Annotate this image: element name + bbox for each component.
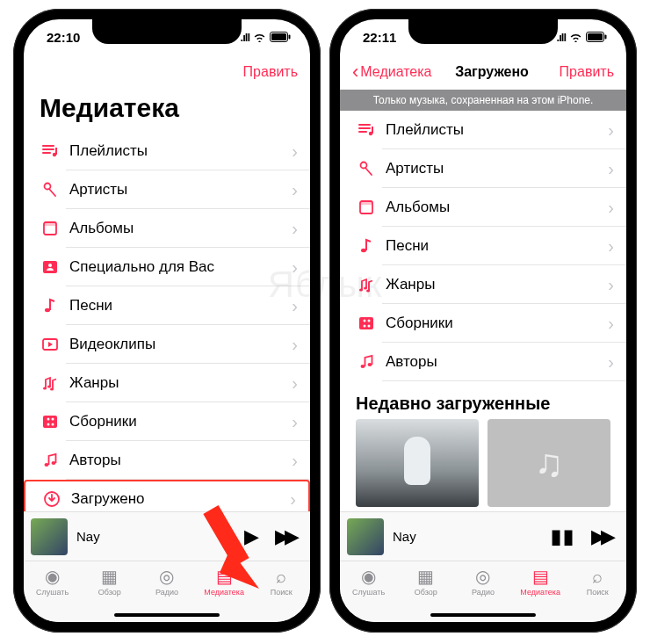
navbar: ‹ Медиатека Загружено Править xyxy=(340,54,626,90)
radio-icon: ◎ xyxy=(475,567,490,586)
svg-point-12 xyxy=(47,386,51,388)
svg-point-8 xyxy=(48,264,52,267)
status-time: 22:10 xyxy=(47,30,80,45)
row-genres[interactable]: Жанры › xyxy=(24,364,310,402)
svg-rect-14 xyxy=(43,416,57,428)
annotation-arrow xyxy=(193,501,272,597)
chevron-right-icon: › xyxy=(290,489,296,510)
row-authors[interactable]: Авторы › xyxy=(24,441,310,480)
compilation-icon xyxy=(40,413,61,431)
library-icon: ▤ xyxy=(532,567,549,586)
home-indicator[interactable] xyxy=(430,613,536,617)
row-playlists[interactable]: Плейлисты › xyxy=(24,132,310,170)
download-icon xyxy=(41,490,62,508)
row-label: Альбомы xyxy=(377,199,608,216)
album-tile[interactable]: ♫ xyxy=(488,419,610,507)
section-recently-downloaded: Недавно загруженные xyxy=(340,381,626,419)
edit-button[interactable]: Править xyxy=(228,64,298,80)
row-label: Песни xyxy=(61,297,292,315)
wifi-icon xyxy=(253,33,266,42)
back-label: Медиатека xyxy=(360,64,431,80)
navbar: Править xyxy=(24,54,310,90)
row-playlists[interactable]: Плейлисты › xyxy=(340,111,626,149)
row-compilations[interactable]: Сборники › xyxy=(24,402,310,441)
mini-player[interactable]: Nay ▮▮ ▶▶ xyxy=(340,511,626,561)
svg-point-16 xyxy=(52,418,54,421)
chevron-right-icon: › xyxy=(292,412,298,432)
row-label: Жанры xyxy=(61,374,292,392)
tab-listen[interactable]: ◉Слушать xyxy=(343,567,395,622)
svg-point-34 xyxy=(364,320,366,322)
row-for-you[interactable]: Специально для Вас › xyxy=(24,248,310,286)
phone-frame-right: 22:11 .ıll ‹ Медиатека Загружено Править… xyxy=(329,9,637,633)
edit-button[interactable]: Править xyxy=(544,64,614,80)
signal-icon: .ıll xyxy=(557,31,566,44)
play-circle-icon: ◉ xyxy=(45,567,60,586)
svg-point-37 xyxy=(368,325,371,328)
forward-icon[interactable]: ▶▶ xyxy=(588,525,614,548)
chevron-right-icon: › xyxy=(608,352,614,373)
video-icon xyxy=(40,336,61,353)
pause-icon[interactable]: ▮▮ xyxy=(547,525,579,548)
svg-rect-6 xyxy=(44,222,56,226)
row-label: Артисты xyxy=(61,181,292,199)
battery-icon xyxy=(270,32,291,42)
row-artists[interactable]: Артисты › xyxy=(24,170,310,209)
nav-title: Загружено xyxy=(440,64,544,80)
playlist-icon xyxy=(356,121,377,139)
chevron-right-icon: › xyxy=(292,373,298,394)
downloaded-list: Плейлисты › Артисты › Альбомы › Песни › xyxy=(340,111,626,511)
note-icon xyxy=(356,237,377,255)
note-icon xyxy=(40,297,61,315)
album-tile[interactable] xyxy=(356,419,479,507)
svg-rect-28 xyxy=(360,201,372,205)
notch xyxy=(92,19,242,44)
grid-icon: ▦ xyxy=(101,567,118,586)
row-compilations[interactable]: Сборники › xyxy=(340,304,626,343)
info-banner: Только музыка, сохраненная на этом iPhon… xyxy=(340,90,626,111)
row-albums[interactable]: Альбомы › xyxy=(340,188,626,227)
playlist-icon xyxy=(40,142,61,160)
compilation-icon xyxy=(356,315,377,332)
tab-label: Слушать xyxy=(36,588,69,597)
row-albums[interactable]: Альбомы › xyxy=(24,209,310,248)
row-authors[interactable]: Авторы › xyxy=(340,343,626,381)
album-icon xyxy=(356,199,377,216)
tab-label: Поиск xyxy=(271,588,292,597)
author-icon xyxy=(356,353,377,371)
album-tiles: ♫ xyxy=(340,419,626,507)
tab-search[interactable]: ⌕Поиск xyxy=(571,567,624,622)
album-icon xyxy=(40,220,61,237)
row-label: Специально для Вас xyxy=(61,258,292,276)
row-videos[interactable]: Видеоклипы › xyxy=(24,325,310,364)
notch xyxy=(408,19,558,44)
row-songs[interactable]: Песни › xyxy=(24,286,310,325)
chevron-right-icon: › xyxy=(608,275,614,295)
chevron-left-icon: ‹ xyxy=(352,61,358,83)
forward-icon[interactable]: ▶▶ xyxy=(271,525,298,548)
row-songs[interactable]: Песни › xyxy=(340,227,626,265)
genre-icon xyxy=(356,276,377,293)
row-label: Авторы xyxy=(377,353,608,371)
tab-label: Радио xyxy=(472,588,495,597)
tab-label: Поиск xyxy=(587,588,609,597)
svg-rect-23 xyxy=(588,33,603,40)
row-label: Песни xyxy=(377,237,608,255)
tab-listen[interactable]: ◉Слушать xyxy=(26,567,79,622)
now-playing-title: Nay xyxy=(393,529,538,544)
now-playing-art xyxy=(347,518,384,555)
status-icons: .ıll xyxy=(557,31,607,44)
tab-label: Радио xyxy=(155,588,178,597)
row-label: Видеоклипы xyxy=(61,336,292,353)
tab-label: Медиатека xyxy=(520,588,560,597)
svg-rect-33 xyxy=(359,317,373,329)
row-artists[interactable]: Артисты › xyxy=(340,149,626,188)
row-label: Жанры xyxy=(377,276,608,293)
back-button[interactable]: ‹ Медиатека xyxy=(352,61,440,83)
search-icon: ⌕ xyxy=(592,567,603,586)
home-indicator[interactable] xyxy=(114,613,220,617)
foryou-icon xyxy=(40,258,61,276)
row-label: Альбомы xyxy=(61,220,292,237)
search-icon: ⌕ xyxy=(276,567,286,586)
row-genres[interactable]: Жанры › xyxy=(340,265,626,304)
